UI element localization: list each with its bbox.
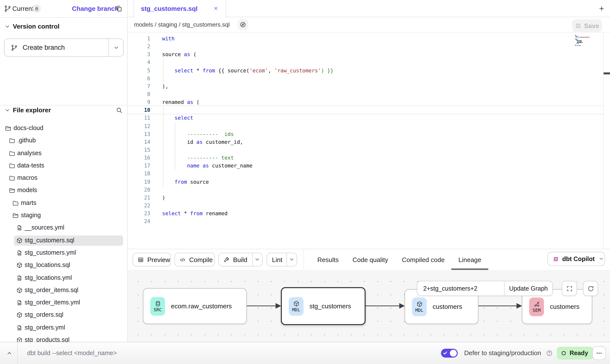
new-tab-button[interactable]: +: [596, 3, 608, 15]
file-tree: docs-cloud.githubanalysesdata-testsmacro…: [0, 122, 127, 342]
tree-item-macros[interactable]: macros: [0, 172, 127, 184]
update-graph-button[interactable]: Update Graph: [504, 281, 552, 296]
code-line-12[interactable]: 12: [128, 122, 610, 130]
tree-item-stg-customers-yml[interactable]: stg_customers.yml: [0, 247, 127, 259]
tree-item-data-tests[interactable]: data-tests: [0, 160, 127, 172]
code-line-10[interactable]: 10: [128, 106, 610, 114]
code-editor[interactable]: 1with23source as (45 select * from {{ so…: [128, 33, 610, 249]
tree-item-stg-order-items-sql[interactable]: stg_order_items.sql: [0, 284, 127, 297]
tree-item--github[interactable]: .github: [0, 135, 127, 147]
code-line-22[interactable]: 22: [128, 201, 610, 209]
dbt-copilot-button[interactable]: dbt Copilot: [547, 252, 605, 266]
search-icon[interactable]: [116, 107, 123, 114]
code-line-20[interactable]: 20: [128, 185, 610, 193]
refresh-button[interactable]: [583, 281, 598, 296]
code-text: [150, 106, 162, 114]
lineage-node-ecom-raw-customers[interactable]: SRCecom.raw_customers: [143, 288, 247, 324]
preview-label: Preview: [144, 256, 175, 263]
lineage-node-stg-customers[interactable]: MDLstg_customers: [281, 287, 366, 325]
line-number: 7: [128, 82, 150, 90]
tree-item-docs-cloud[interactable]: docs-cloud: [0, 122, 127, 135]
tree-item-label: __sources.yml: [25, 222, 64, 234]
build-dropdown[interactable]: [252, 253, 262, 266]
code-text: [150, 170, 162, 178]
tree-item-stg-customers-sql[interactable]: stg_customers.sql: [0, 234, 127, 247]
tree-item-stg-orders-yml[interactable]: stg_orders.yml: [0, 322, 127, 334]
command-input[interactable]: dbt build --select <model_name>: [27, 342, 117, 364]
lineage-panel[interactable]: SRCecom.raw_customersMDLstg_customersMDL…: [128, 270, 610, 342]
code-line-18[interactable]: 18: [128, 170, 610, 178]
tab-compiled-code[interactable]: Compiled code: [395, 249, 451, 270]
change-branch-link[interactable]: Change branch: [72, 0, 119, 17]
chevron-up-icon[interactable]: [6, 350, 12, 356]
code-line-16[interactable]: 16 ---------- text: [128, 154, 610, 162]
save-button[interactable]: Save: [572, 19, 602, 32]
preview-button[interactable]: Preview: [133, 253, 171, 266]
sidebar: Current Change branch Version control Cr…: [0, 0, 128, 342]
lineage-selector-input[interactable]: 2+stg_customers+2: [417, 281, 504, 296]
close-icon[interactable]: [213, 5, 219, 11]
folder-icon: [9, 163, 15, 169]
create-branch-dropdown[interactable]: [108, 39, 123, 56]
code-line-17[interactable]: 17 name as customer_name: [128, 162, 610, 170]
tree-item-analyses[interactable]: analyses: [0, 147, 127, 160]
code-line-23[interactable]: 23select * from renamed: [128, 209, 610, 217]
node-label: stg_customers: [309, 302, 351, 310]
code-line-6[interactable]: 6: [128, 74, 610, 82]
create-branch-button[interactable]: Create branch: [4, 38, 124, 57]
code-line-19[interactable]: 19 from source: [128, 178, 610, 185]
code-line-15[interactable]: 15: [128, 146, 610, 154]
tab-lineage[interactable]: Lineage: [452, 249, 488, 270]
tree-item-stg-orders-sql[interactable]: stg_orders.sql: [0, 309, 127, 322]
code-line-4[interactable]: 4: [128, 58, 610, 66]
tree-item-stg-order-items-yml[interactable]: stg_order_items.yml: [0, 297, 127, 309]
code-line-2[interactable]: 2: [128, 42, 610, 50]
code-line-21[interactable]: 21): [128, 194, 610, 201]
file-explorer-header[interactable]: File explorer: [0, 104, 127, 117]
code-line-9[interactable]: 9renamed as (: [128, 98, 610, 106]
lineage-selector-bar: 2+stg_customers+2 Update Graph: [417, 281, 553, 296]
compile-button[interactable]: Compile: [174, 253, 215, 266]
more-options-button[interactable]: [592, 346, 606, 360]
tree-item-label: stg_locations.yml: [25, 272, 72, 284]
copy-branch-icon[interactable]: [115, 5, 123, 12]
chevron-down-icon: [4, 107, 10, 113]
breadcrumb: models / staging / stg_customers.sql: [134, 17, 230, 32]
tree-item-stg-locations-yml[interactable]: stg_locations.yml: [0, 272, 127, 284]
help-icon[interactable]: [546, 350, 553, 357]
line-number: 9: [128, 98, 150, 106]
editor-scrollbar-thumb[interactable]: [604, 72, 610, 74]
build-button[interactable]: Build: [218, 253, 263, 266]
tab-results[interactable]: Results: [310, 249, 346, 270]
dbt-ide-window: Current Change branch Version control Cr…: [0, 0, 610, 364]
code-line-11[interactable]: 11 select: [128, 114, 610, 122]
tree-item-stg-locations-sql[interactable]: stg_locations.sql: [0, 259, 127, 272]
node-type-badge: SRC: [150, 297, 165, 315]
tree-item-staging[interactable]: staging: [0, 209, 127, 222]
lint-dropdown[interactable]: [286, 253, 297, 266]
lint-button[interactable]: Lint: [267, 253, 297, 266]
tree-item-marts[interactable]: marts: [0, 197, 127, 210]
code-line-8[interactable]: 8: [128, 90, 610, 98]
code-line-3[interactable]: 3source as (: [128, 50, 610, 58]
compass-icon[interactable]: [237, 19, 248, 30]
code-line-7[interactable]: 7),: [128, 82, 610, 90]
tree-item-label: stg_order_items.yml: [25, 297, 80, 309]
defer-toggle[interactable]: [441, 349, 458, 358]
tree-item-models[interactable]: models: [0, 184, 127, 197]
code-line-13[interactable]: 13 ---------- ids: [128, 130, 610, 138]
code-line-24[interactable]: 24: [128, 217, 610, 225]
version-control-header[interactable]: Version control: [0, 20, 127, 33]
code-line-14[interactable]: 14 id as customer_id,: [128, 138, 610, 146]
tree-item-stg-products-sql[interactable]: stg_products.sql: [0, 334, 127, 342]
code-line-1[interactable]: 1with: [128, 34, 610, 42]
code-line-5[interactable]: 5 select * from {{ source('ecom', 'raw_c…: [128, 66, 610, 74]
tree-item--sources-yml[interactable]: __sources.yml: [0, 222, 127, 234]
line-number: 4: [128, 58, 150, 66]
tab-code-quality[interactable]: Code quality: [346, 249, 395, 270]
fullscreen-button[interactable]: [562, 281, 577, 296]
code-minimap[interactable]: [575, 35, 592, 47]
document-icon: [16, 275, 22, 281]
refresh-icon: [587, 285, 594, 292]
tab-stg-customers-sql[interactable]: stg_customers.sql: [134, 0, 226, 18]
